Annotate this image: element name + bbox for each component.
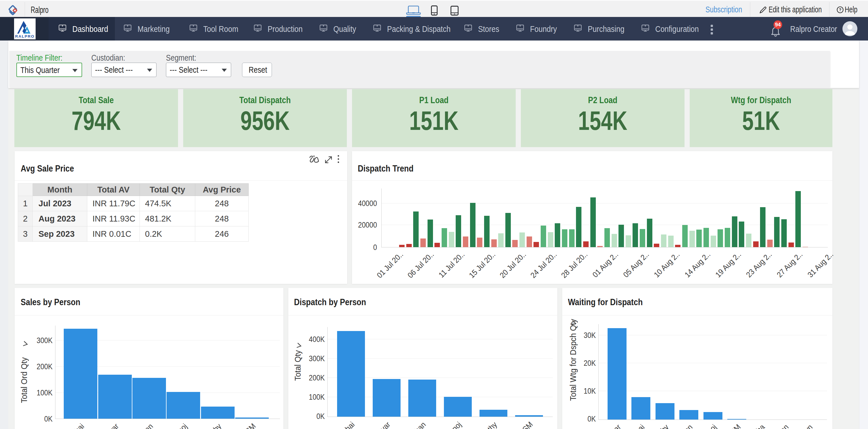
svg-text:?: ? bbox=[839, 7, 842, 12]
svg-text:RALPRO: RALPRO bbox=[15, 34, 35, 38]
